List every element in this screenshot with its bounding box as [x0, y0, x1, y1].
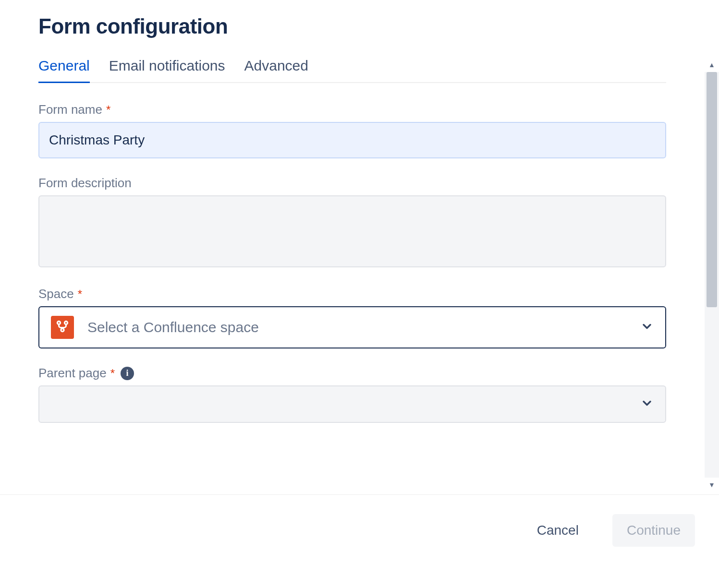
vertical-scrollbar[interactable]: ▲ ▼ — [705, 58, 719, 492]
field-form-description: Form description — [38, 176, 666, 269]
required-indicator: * — [110, 367, 115, 380]
cancel-button[interactable]: Cancel — [523, 514, 593, 547]
space-icon-box — [51, 316, 74, 339]
parent-page-label-text: Parent page — [38, 366, 107, 381]
chevron-down-icon — [640, 396, 654, 412]
parent-page-label: Parent page * i — [38, 366, 666, 381]
git-branch-icon — [55, 319, 70, 336]
field-form-name: Form name * — [38, 102, 666, 158]
scroll-up-arrow-icon[interactable]: ▲ — [705, 58, 719, 72]
required-indicator: * — [106, 103, 110, 117]
form-name-label-text: Form name — [38, 102, 102, 117]
parent-page-select[interactable] — [38, 385, 666, 423]
required-indicator: * — [78, 288, 82, 301]
form-description-label-text: Form description — [38, 176, 132, 191]
info-icon[interactable]: i — [121, 367, 134, 380]
page-title: Form configuration — [38, 14, 666, 38]
space-select[interactable]: Select a Confluence space — [38, 306, 666, 348]
form-description-input[interactable] — [38, 195, 666, 267]
scroll-down-arrow-icon[interactable]: ▼ — [705, 478, 719, 492]
chevron-down-icon — [640, 320, 654, 335]
form-description-label: Form description — [38, 176, 666, 191]
footer: Cancel Continue — [0, 494, 719, 588]
tab-general[interactable]: General — [38, 58, 90, 83]
field-parent-page: Parent page * i — [38, 366, 666, 423]
form-name-label: Form name * — [38, 102, 666, 117]
continue-button[interactable]: Continue — [612, 514, 695, 547]
tabs: General Email notifications Advanced — [38, 58, 666, 83]
scroll-track[interactable] — [705, 72, 719, 478]
field-space: Space * — [38, 287, 666, 348]
tab-advanced[interactable]: Advanced — [244, 58, 308, 83]
form-name-input[interactable] — [38, 122, 666, 158]
tab-email-notifications[interactable]: Email notifications — [109, 58, 225, 83]
space-label: Space * — [38, 287, 666, 301]
scroll-thumb[interactable] — [707, 72, 717, 307]
space-label-text: Space — [38, 287, 74, 301]
space-placeholder: Select a Confluence space — [87, 319, 640, 336]
